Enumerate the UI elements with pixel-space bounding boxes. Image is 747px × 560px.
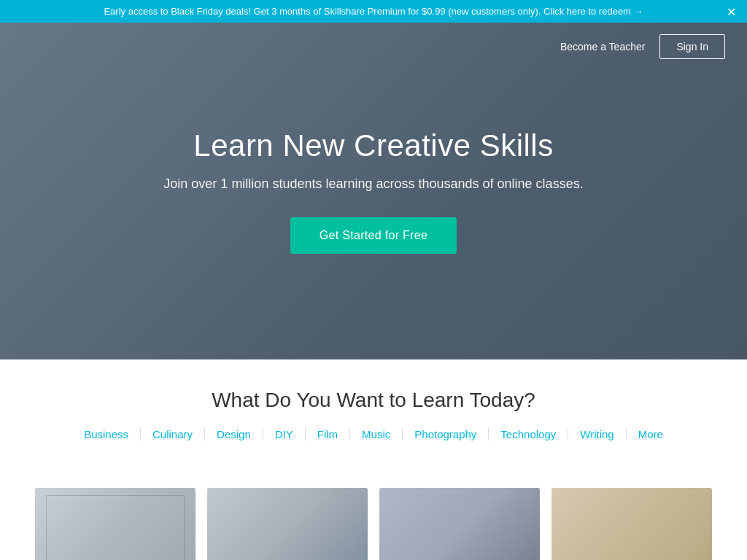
- category-link-more[interactable]: More: [627, 428, 675, 440]
- get-started-button[interactable]: Get Started for Free: [290, 217, 457, 254]
- become-teacher-link[interactable]: Become a Teacher: [560, 41, 645, 52]
- top-navigation: Become a Teacher Sign In: [0, 27, 747, 66]
- banner-close-button[interactable]: ✕: [727, 4, 736, 18]
- course-card-2[interactable]: [207, 488, 368, 560]
- hero-title: Learn New Creative Skills: [163, 128, 583, 163]
- category-link-culinary[interactable]: Culinary: [141, 428, 205, 440]
- content-section: What Do You Want to Learn Today? Busines…: [0, 359, 747, 488]
- category-link-business[interactable]: Business: [72, 428, 141, 440]
- hero-section: Learn New Creative Skills Join over 1 mi…: [0, 23, 747, 359]
- course-card-1[interactable]: [35, 488, 196, 560]
- learn-section-title: What Do You Want to Learn Today?: [15, 389, 732, 412]
- category-navigation: BusinessCulinaryDesignDIYFilmMusicPhotog…: [15, 428, 732, 440]
- announcement-banner: Early access to Black Friday deals! Get …: [0, 0, 747, 23]
- course-cards-section: [0, 488, 747, 560]
- category-link-music[interactable]: Music: [350, 428, 403, 440]
- category-link-film[interactable]: Film: [306, 428, 350, 440]
- category-link-design[interactable]: Design: [205, 428, 263, 440]
- course-card-3[interactable]: [379, 488, 540, 560]
- category-link-photography[interactable]: Photography: [403, 428, 489, 440]
- category-link-writing[interactable]: Writing: [568, 428, 626, 440]
- hero-content: Learn New Creative Skills Join over 1 mi…: [149, 114, 597, 268]
- course-card-4[interactable]: [551, 488, 712, 560]
- banner-text: Early access to Black Friday deals! Get …: [104, 6, 643, 17]
- category-link-technology[interactable]: Technology: [489, 428, 568, 440]
- category-link-diy[interactable]: DIY: [263, 428, 306, 440]
- sign-in-button[interactable]: Sign In: [659, 34, 725, 59]
- hero-subtitle: Join over 1 million students learning ac…: [163, 176, 583, 192]
